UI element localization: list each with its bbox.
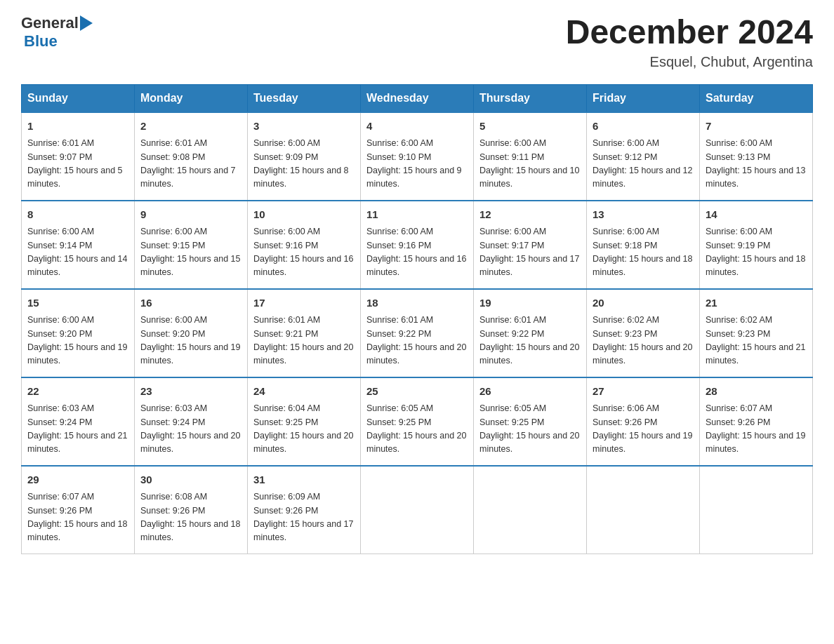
calendar-cell: 4Sunrise: 6:00 AMSunset: 9:10 PMDaylight…	[361, 112, 474, 201]
day-number: 27	[593, 384, 694, 400]
day-info: Sunrise: 6:03 AMSunset: 9:24 PMDaylight:…	[140, 402, 241, 457]
calendar-week-row: 8Sunrise: 6:00 AMSunset: 9:14 PMDaylight…	[22, 201, 813, 289]
day-info: Sunrise: 6:00 AMSunset: 9:19 PMDaylight:…	[706, 225, 807, 280]
page-header: General Blue December 2024 Esquel, Chubu…	[21, 14, 813, 70]
day-info: Sunrise: 6:00 AMSunset: 9:09 PMDaylight:…	[253, 137, 355, 192]
day-info: Sunrise: 6:00 AMSunset: 9:13 PMDaylight:…	[706, 137, 807, 192]
logo-triangle-icon	[80, 15, 93, 31]
calendar-cell: 3Sunrise: 6:00 AMSunset: 9:09 PMDaylight…	[248, 112, 361, 201]
calendar-cell: 2Sunrise: 6:01 AMSunset: 9:08 PMDaylight…	[135, 112, 248, 201]
calendar-cell: 25Sunrise: 6:05 AMSunset: 9:25 PMDayligh…	[361, 377, 474, 466]
svg-marker-0	[80, 15, 93, 31]
calendar-cell: 23Sunrise: 6:03 AMSunset: 9:24 PMDayligh…	[135, 377, 248, 466]
header-day-monday: Monday	[135, 84, 248, 112]
day-number: 28	[706, 384, 807, 400]
day-number: 25	[366, 384, 468, 400]
logo-general-text: General	[21, 14, 79, 32]
day-info: Sunrise: 6:00 AMSunset: 9:10 PMDaylight:…	[366, 137, 468, 192]
calendar-week-row: 1Sunrise: 6:01 AMSunset: 9:07 PMDaylight…	[22, 112, 813, 201]
header-day-wednesday: Wednesday	[361, 84, 474, 112]
day-number: 2	[140, 119, 241, 135]
day-info: Sunrise: 6:05 AMSunset: 9:25 PMDaylight:…	[479, 402, 581, 457]
day-info: Sunrise: 6:01 AMSunset: 9:21 PMDaylight:…	[253, 314, 355, 368]
calendar-cell: 30Sunrise: 6:08 AMSunset: 9:26 PMDayligh…	[135, 466, 248, 554]
day-number: 3	[253, 119, 355, 135]
calendar-cell: 12Sunrise: 6:00 AMSunset: 9:17 PMDayligh…	[474, 201, 587, 289]
day-number: 24	[253, 384, 355, 400]
calendar-table: SundayMondayTuesdayWednesdayThursdayFrid…	[21, 84, 813, 554]
calendar-cell: 22Sunrise: 6:03 AMSunset: 9:24 PMDayligh…	[22, 377, 135, 466]
calendar-cell: 28Sunrise: 6:07 AMSunset: 9:26 PMDayligh…	[700, 377, 813, 466]
day-number: 1	[27, 119, 128, 135]
day-number: 7	[706, 119, 807, 135]
day-info: Sunrise: 6:04 AMSunset: 9:25 PMDaylight:…	[253, 402, 355, 457]
logo-line2: Blue	[24, 32, 93, 51]
calendar-cell: 16Sunrise: 6:00 AMSunset: 9:20 PMDayligh…	[135, 289, 248, 377]
day-number: 15	[27, 295, 128, 311]
calendar-header-row: SundayMondayTuesdayWednesdayThursdayFrid…	[22, 84, 813, 112]
day-number: 20	[593, 295, 694, 311]
header-day-saturday: Saturday	[700, 84, 813, 112]
day-info: Sunrise: 6:07 AMSunset: 9:26 PMDaylight:…	[27, 490, 128, 545]
day-number: 12	[479, 207, 581, 223]
calendar-cell	[700, 466, 813, 554]
day-number: 29	[27, 472, 128, 488]
calendar-cell: 5Sunrise: 6:00 AMSunset: 9:11 PMDaylight…	[474, 112, 587, 201]
day-info: Sunrise: 6:02 AMSunset: 9:23 PMDaylight:…	[593, 314, 694, 368]
day-number: 14	[706, 207, 807, 223]
location-text: Esquel, Chubut, Argentina	[566, 54, 813, 70]
day-info: Sunrise: 6:00 AMSunset: 9:14 PMDaylight:…	[27, 225, 128, 280]
calendar-cell: 18Sunrise: 6:01 AMSunset: 9:22 PMDayligh…	[361, 289, 474, 377]
logo-line1: General	[21, 14, 93, 32]
day-info: Sunrise: 6:01 AMSunset: 9:08 PMDaylight:…	[140, 137, 241, 192]
day-info: Sunrise: 6:03 AMSunset: 9:24 PMDaylight:…	[27, 402, 128, 457]
logo-blue-text: Blue	[24, 32, 58, 51]
calendar-cell: 15Sunrise: 6:00 AMSunset: 9:20 PMDayligh…	[22, 289, 135, 377]
day-number: 31	[253, 472, 355, 488]
calendar-cell: 19Sunrise: 6:01 AMSunset: 9:22 PMDayligh…	[474, 289, 587, 377]
day-info: Sunrise: 6:08 AMSunset: 9:26 PMDaylight:…	[140, 490, 241, 545]
day-info: Sunrise: 6:02 AMSunset: 9:23 PMDaylight:…	[706, 314, 807, 368]
calendar-cell	[361, 466, 474, 554]
calendar-week-row: 22Sunrise: 6:03 AMSunset: 9:24 PMDayligh…	[22, 377, 813, 466]
day-info: Sunrise: 6:00 AMSunset: 9:12 PMDaylight:…	[593, 137, 694, 192]
day-info: Sunrise: 6:09 AMSunset: 9:26 PMDaylight:…	[253, 490, 355, 545]
day-number: 11	[366, 207, 468, 223]
day-number: 16	[140, 295, 241, 311]
calendar-cell: 9Sunrise: 6:00 AMSunset: 9:15 PMDaylight…	[135, 201, 248, 289]
day-number: 23	[140, 384, 241, 400]
day-number: 18	[366, 295, 468, 311]
day-info: Sunrise: 6:00 AMSunset: 9:17 PMDaylight:…	[479, 225, 581, 280]
header-day-friday: Friday	[587, 84, 700, 112]
calendar-cell: 13Sunrise: 6:00 AMSunset: 9:18 PMDayligh…	[587, 201, 700, 289]
calendar-cell	[474, 466, 587, 554]
day-info: Sunrise: 6:00 AMSunset: 9:16 PMDaylight:…	[366, 225, 468, 280]
day-info: Sunrise: 6:00 AMSunset: 9:20 PMDaylight:…	[27, 314, 128, 368]
day-info: Sunrise: 6:01 AMSunset: 9:07 PMDaylight:…	[27, 137, 128, 192]
day-number: 19	[479, 295, 581, 311]
day-number: 6	[593, 119, 694, 135]
calendar-cell: 27Sunrise: 6:06 AMSunset: 9:26 PMDayligh…	[587, 377, 700, 466]
calendar-cell: 24Sunrise: 6:04 AMSunset: 9:25 PMDayligh…	[248, 377, 361, 466]
day-number: 22	[27, 384, 128, 400]
calendar-cell: 29Sunrise: 6:07 AMSunset: 9:26 PMDayligh…	[22, 466, 135, 554]
day-info: Sunrise: 6:07 AMSunset: 9:26 PMDaylight:…	[706, 402, 807, 457]
calendar-cell: 17Sunrise: 6:01 AMSunset: 9:21 PMDayligh…	[248, 289, 361, 377]
day-number: 10	[253, 207, 355, 223]
header-day-sunday: Sunday	[22, 84, 135, 112]
day-number: 21	[706, 295, 807, 311]
calendar-week-row: 15Sunrise: 6:00 AMSunset: 9:20 PMDayligh…	[22, 289, 813, 377]
day-info: Sunrise: 6:00 AMSunset: 9:11 PMDaylight:…	[479, 137, 581, 192]
day-info: Sunrise: 6:00 AMSunset: 9:20 PMDaylight:…	[140, 314, 241, 368]
month-title: December 2024	[566, 14, 813, 51]
day-number: 30	[140, 472, 241, 488]
day-number: 9	[140, 207, 241, 223]
title-section: December 2024 Esquel, Chubut, Argentina	[566, 14, 813, 70]
calendar-cell	[587, 466, 700, 554]
logo: General Blue	[21, 14, 93, 51]
calendar-cell: 21Sunrise: 6:02 AMSunset: 9:23 PMDayligh…	[700, 289, 813, 377]
calendar-cell: 8Sunrise: 6:00 AMSunset: 9:14 PMDaylight…	[22, 201, 135, 289]
day-number: 26	[479, 384, 581, 400]
day-info: Sunrise: 6:00 AMSunset: 9:18 PMDaylight:…	[593, 225, 694, 280]
day-number: 4	[366, 119, 468, 135]
